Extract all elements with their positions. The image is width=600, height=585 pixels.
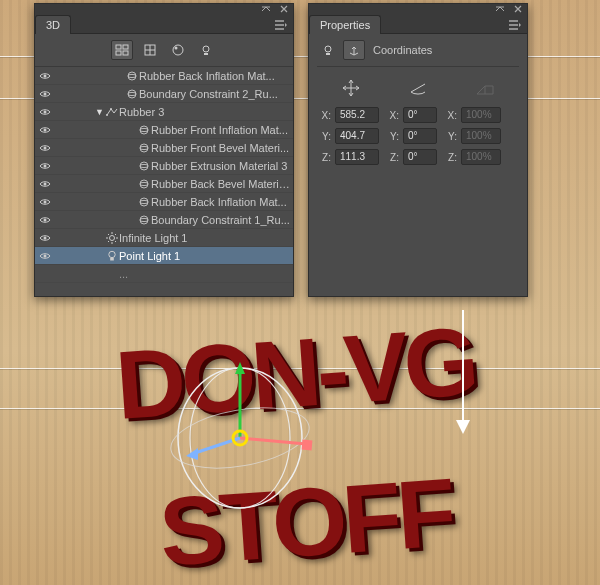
visibility-eye-icon[interactable] [39,234,53,242]
layer-row[interactable]: ... [35,265,293,283]
layer-row[interactable]: Rubber Back Bevel Materia... [35,175,293,193]
rot-z-input[interactable]: 0° [403,149,437,165]
svg-point-36 [110,235,115,240]
layer-row[interactable]: ▼Rubber 3 [35,103,293,121]
pos-x-input[interactable]: 585.2 [335,107,379,123]
mesh-filter-icon[interactable] [139,40,161,60]
layer-row[interactable]: Boundary Constraint 2_Ru... [35,85,293,103]
svg-point-46 [109,251,115,257]
svg-point-16 [110,108,112,110]
svg-rect-0 [116,45,121,49]
svg-point-15 [106,114,108,116]
scene-filter-icon[interactable] [111,40,133,60]
svg-point-10 [128,74,136,77]
sphere-icon [137,215,151,225]
light-filter-icon[interactable] [195,40,217,60]
layer-row[interactable]: Rubber Back Inflation Mat... [35,193,293,211]
svg-point-9 [128,72,136,80]
layer-label: Rubber Front Bevel Materi... [151,142,293,154]
visibility-eye-icon[interactable] [39,144,53,152]
close-icon[interactable] [513,4,523,14]
svg-point-29 [44,200,47,203]
panel-menu-icon[interactable] [503,17,527,33]
sphere-icon [137,179,151,189]
rotate-icon[interactable] [398,77,438,99]
3d-letter: F [393,458,455,570]
layer-row[interactable]: Rubber Front Bevel Materi... [35,139,293,157]
light-props-icon[interactable] [317,40,339,60]
layer-label: Boundary Constraint 1_Ru... [151,214,293,226]
rot-label-x: X: [383,110,399,121]
disclosure-triangle-icon[interactable]: ▼ [95,107,105,117]
3d-letter: T [216,470,276,582]
rot-x-input[interactable]: 0° [403,107,437,123]
layer-row[interactable]: Rubber Extrusion Material 3 [35,157,293,175]
sphere-icon [137,197,151,207]
visibility-eye-icon[interactable] [39,252,53,260]
visibility-eye-icon[interactable] [39,216,53,224]
layer-row[interactable]: Point Light 1 [35,247,293,265]
svg-point-26 [44,182,47,185]
layer-row[interactable]: Rubber Front Inflation Mat... [35,121,293,139]
svg-line-43 [108,241,109,242]
move-icon[interactable] [331,77,371,99]
visibility-eye-icon[interactable] [39,198,53,206]
pos-z-input[interactable]: 111.3 [335,149,379,165]
layer-label: Rubber Back Bevel Materia... [151,178,293,190]
svg-point-14 [44,110,47,113]
visibility-eye-icon[interactable] [39,72,53,80]
visibility-eye-icon[interactable] [39,126,53,134]
visibility-eye-icon[interactable] [39,90,53,98]
sphere-icon [125,89,139,99]
scale-z-input: 100% [461,149,501,165]
material-filter-icon[interactable] [167,40,189,60]
visibility-eye-icon[interactable] [39,162,53,170]
tab-row: Properties [309,14,527,34]
pos-y-input[interactable]: 404.7 [335,128,379,144]
coordinates-icon[interactable] [343,40,365,60]
svg-rect-2 [116,51,121,55]
coordinates-grid: X: 585.2 X: 0° X: 100% Y: 404.7 Y: 0° Y:… [317,107,519,165]
3d-letter: V [340,312,407,424]
rot-label-y: Y: [383,131,399,142]
visibility-eye-icon[interactable] [39,108,53,116]
svg-point-27 [140,180,148,188]
rot-y-input[interactable]: 0° [403,128,437,144]
svg-rect-1 [123,45,128,49]
viewport-3d[interactable]: DON-VGSTOFF [0,300,600,585]
svg-point-24 [140,162,148,170]
svg-point-20 [44,146,47,149]
layer-row[interactable]: Boundary Constraint 1_Ru... [35,211,293,229]
svg-point-35 [44,236,47,239]
scale-label-y: Y: [441,131,457,142]
tab-3d[interactable]: 3D [35,15,71,34]
axis-label-z: Z: [317,152,331,163]
collapse-icon[interactable] [495,4,505,14]
svg-point-31 [140,200,148,203]
scale-icon[interactable] [465,77,505,99]
svg-point-22 [140,146,148,149]
svg-point-7 [203,46,209,52]
rendered-3d-text: DON-VGSTOFF [0,300,600,585]
panel-titlebar[interactable] [309,4,527,14]
bulb-icon [105,250,119,262]
layer-label: Rubber Back Inflation Mat... [139,70,293,82]
layer-row[interactable]: Rubber Back Inflation Mat... [35,67,293,85]
3d-letter: S [156,474,223,585]
svg-rect-47 [110,258,114,261]
visibility-eye-icon[interactable] [39,180,53,188]
layer-list[interactable]: Rubber Back Inflation Mat...Boundary Con… [35,67,293,296]
tab-properties[interactable]: Properties [309,15,381,34]
3d-letter: F [339,462,401,574]
layer-label: Point Light 1 [119,250,293,262]
close-icon[interactable] [279,4,289,14]
layer-row[interactable]: Infinite Light 1 [35,229,293,247]
panel-menu-icon[interactable] [269,17,293,33]
axis-label-y: Y: [317,131,331,142]
svg-point-18 [140,126,148,134]
collapse-icon[interactable] [261,4,271,14]
3d-letter: D [112,327,185,439]
panel-titlebar[interactable] [35,4,293,14]
svg-point-45 [44,254,47,257]
mode-label: Coordinates [373,44,432,56]
